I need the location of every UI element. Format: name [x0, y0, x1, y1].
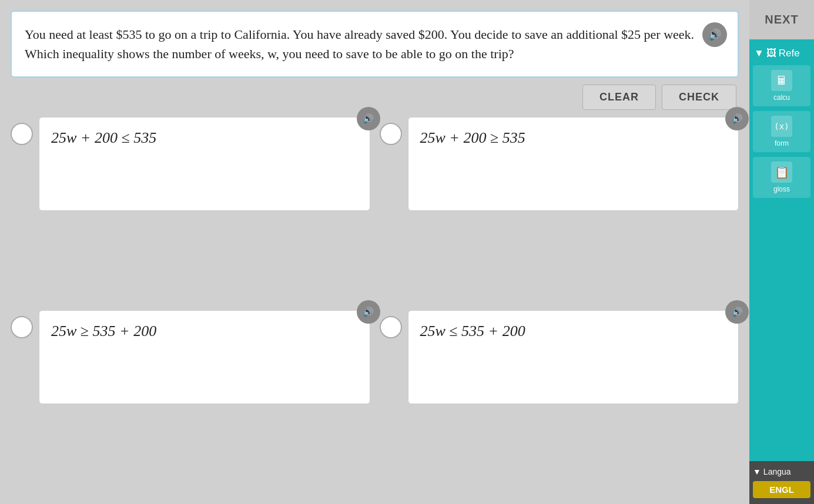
formula-icon: (x) — [774, 122, 789, 131]
clear-button[interactable]: CLEAR — [582, 85, 656, 110]
check-button[interactable]: CHECK — [662, 85, 736, 110]
calculator-icon-box: 🖩 — [771, 70, 792, 91]
glossary-label: gloss — [773, 185, 790, 193]
option-d-sound-icon: 🔊 — [732, 307, 743, 317]
chevron-down-lang-icon: ▼ — [753, 467, 761, 476]
next-button[interactable]: NEXT — [749, 0, 814, 39]
option-cell-a: 🔊 25w + 200 ≤ 535 — [11, 117, 370, 301]
option-d-sound-button[interactable]: 🔊 — [725, 300, 749, 324]
option-b-sound-icon: 🔊 — [732, 113, 743, 124]
option-a-sound-icon: 🔊 — [363, 113, 374, 124]
option-b-math: 25w + 200 ≥ 535 — [420, 129, 525, 146]
option-card-d[interactable]: 🔊 25w ≤ 535 + 200 — [408, 310, 739, 404]
controls-row: CLEAR CHECK — [11, 85, 739, 110]
radio-a[interactable] — [11, 123, 33, 145]
radio-c[interactable] — [11, 316, 33, 338]
glossary-icon: 📋 — [775, 165, 789, 179]
calculator-icon: 🖩 — [776, 74, 788, 88]
english-button[interactable]: ENGL — [753, 481, 810, 498]
glossary-icon-box: 📋 — [771, 162, 792, 183]
question-sound-button[interactable]: 🔊 — [702, 22, 727, 47]
formula-icon-box: (x) — [771, 116, 792, 137]
formula-item[interactable]: (x) form — [753, 111, 810, 152]
calculator-label: calcu — [773, 93, 790, 102]
language-label: Langua — [763, 467, 791, 476]
option-c-sound-icon: 🔊 — [363, 307, 374, 317]
option-card-a[interactable]: 🔊 25w + 200 ≤ 535 — [39, 117, 370, 211]
option-cell-c: 🔊 25w ≥ 535 + 200 — [11, 310, 370, 494]
option-c-sound-button[interactable]: 🔊 — [357, 300, 380, 324]
radio-b[interactable] — [380, 123, 402, 145]
chevron-down-icon: ▼ — [754, 48, 764, 59]
language-header: ▼ Langua — [753, 467, 810, 476]
options-grid: 🔊 25w + 200 ≤ 535 🔊 25w + 200 ≥ 535 🔊 — [11, 117, 739, 493]
radio-d[interactable] — [380, 316, 402, 338]
reference-label: Refe — [779, 48, 800, 59]
calculator-item[interactable]: 🖩 calcu — [753, 65, 810, 106]
question-sound-icon: 🔊 — [708, 28, 721, 41]
option-a-math: 25w + 200 ≤ 535 — [51, 129, 156, 146]
reference-icon: 🖼 — [766, 48, 776, 59]
question-text: You need at least $535 to go on a trip t… — [25, 27, 694, 61]
option-cell-b: 🔊 25w + 200 ≥ 535 — [380, 117, 739, 301]
sidebar-teal-section: ▼ 🖼 Refe 🖩 calcu (x) form 📋 gloss — [749, 39, 814, 461]
option-card-c[interactable]: 🔊 25w ≥ 535 + 200 — [39, 310, 370, 404]
main-content: You need at least $535 to go on a trip t… — [0, 0, 749, 504]
formula-label: form — [775, 139, 789, 147]
option-card-b[interactable]: 🔊 25w + 200 ≥ 535 — [408, 117, 739, 211]
question-box: You need at least $535 to go on a trip t… — [11, 11, 739, 78]
reference-header: ▼ 🖼 Refe — [753, 45, 810, 65]
option-d-math: 25w ≤ 535 + 200 — [420, 322, 525, 340]
option-a-sound-button[interactable]: 🔊 — [357, 107, 380, 130]
option-c-math: 25w ≥ 535 + 200 — [51, 322, 156, 340]
glossary-item[interactable]: 📋 gloss — [753, 157, 810, 198]
option-b-sound-button[interactable]: 🔊 — [725, 107, 749, 130]
sidebar: NEXT ▼ 🖼 Refe 🖩 calcu (x) form 📋 gloss — [749, 0, 814, 504]
option-cell-d: 🔊 25w ≤ 535 + 200 — [380, 310, 739, 494]
language-section: ▼ Langua ENGL — [749, 461, 814, 504]
